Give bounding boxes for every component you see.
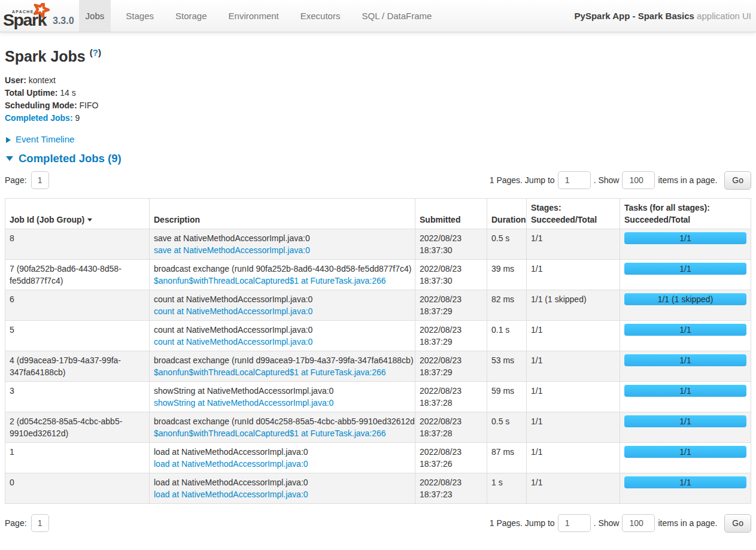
- app-summary-list: User: kontext Total Uptime: 14 s Schedul…: [5, 74, 751, 124]
- description-text: load at NativeMethodAccessorImpl.java:0: [154, 476, 411, 488]
- submitted-time: 18:37:28: [420, 427, 482, 439]
- tab-executors[interactable]: Executors: [294, 0, 347, 32]
- tab-sql-dataframe-link[interactable]: SQL / DataFrame: [355, 0, 438, 32]
- tasks-cell: 1/1: [620, 412, 751, 443]
- completed-jobs-heading-link[interactable]: Completed Jobs (9): [19, 152, 122, 165]
- job-row: 8 save at NativeMethodAccessorImpl.java:…: [5, 229, 751, 260]
- task-progress-label: 1/1: [624, 415, 746, 427]
- tab-stages[interactable]: Stages: [119, 0, 160, 32]
- collapse-arrow-icon: [6, 156, 13, 161]
- completed-jobs-link[interactable]: Completed Jobs:: [5, 113, 73, 123]
- go-button[interactable]: Go: [724, 171, 751, 190]
- items-text-bottom: items in a page.: [658, 518, 717, 528]
- description-link[interactable]: count at NativeMethodAccessorImpl.java:0: [154, 337, 312, 347]
- tab-environment[interactable]: Environment: [222, 0, 286, 32]
- table-header-row: Job Id (Job Group) Description Submitted…: [5, 199, 751, 229]
- task-progress-label: 1/1: [624, 354, 746, 366]
- description-cell: load at NativeMethodAccessorImpl.java:0 …: [150, 443, 415, 473]
- spark-brand[interactable]: Spark ™ APACHE 3.3.0: [0, 0, 75, 32]
- submitted-cell: 2022/08/23 18:37:29: [415, 351, 487, 382]
- help-link[interactable]: (?): [90, 47, 101, 57]
- tab-stages-link[interactable]: Stages: [119, 0, 160, 32]
- description-link[interactable]: load at NativeMethodAccessorImpl.java:0: [154, 490, 308, 499]
- col-header-stages[interactable]: Stages:Succeeded/Total: [527, 199, 620, 229]
- description-link[interactable]: count at NativeMethodAccessorImpl.java:0: [154, 306, 312, 316]
- col-header-submitted[interactable]: Submitted: [415, 199, 487, 229]
- description-text: count at NativeMethodAccessorImpl.java:0: [154, 324, 411, 336]
- submitted-time: 18:37:30: [420, 275, 482, 287]
- tab-jobs[interactable]: Jobs: [79, 0, 111, 32]
- table-body: 8 save at NativeMethodAccessorImpl.java:…: [5, 229, 751, 504]
- tasks-cell: 1/1: [620, 382, 751, 412]
- job-id-cell: 3: [5, 382, 150, 412]
- task-progress: 1/1: [624, 446, 746, 458]
- submitted-time: 18:37:28: [420, 397, 482, 409]
- app-name: PySpark App - Spark Basics: [575, 11, 694, 21]
- submitted-cell: 2022/08/23 18:37:30: [415, 260, 487, 290]
- stages-cell: 1/1: [527, 473, 620, 504]
- event-timeline-toggle[interactable]: Event Timeline: [5, 133, 751, 145]
- task-progress-label: 1/1: [624, 476, 746, 488]
- page-number-input[interactable]: [31, 171, 49, 189]
- submitted-cell: 2022/08/23 18:37:30: [415, 229, 487, 260]
- pagination-bottom: Page: 1 Pages. Jump to . Show items in a…: [5, 513, 751, 533]
- task-progress: 1/1: [624, 232, 746, 244]
- duration-cell: 0.1 s: [487, 321, 527, 351]
- submitted-time: 18:37:29: [420, 305, 482, 317]
- tab-environment-link[interactable]: Environment: [222, 0, 286, 32]
- submitted-cell: 2022/08/23 18:37:29: [415, 290, 487, 321]
- duration-cell: 1 s: [487, 473, 527, 504]
- tasks-cell: 1/1: [620, 260, 751, 290]
- description-link[interactable]: save at NativeMethodAccessorImpl.java:0: [154, 245, 310, 255]
- tab-storage-link[interactable]: Storage: [169, 0, 214, 32]
- tab-jobs-link[interactable]: Jobs: [79, 0, 111, 32]
- completed-jobs-heading[interactable]: Completed Jobs (9): [5, 152, 751, 165]
- page-size-input-bottom[interactable]: [622, 514, 655, 532]
- jump-to-input[interactable]: [558, 171, 591, 189]
- description-link[interactable]: load at NativeMethodAccessorImpl.java:0: [154, 459, 308, 469]
- description-link[interactable]: $anonfun$withThreadLocalCaptured$1 at Fu…: [154, 276, 386, 285]
- page-size-input[interactable]: [622, 171, 655, 189]
- tasks-cell: 1/1: [620, 321, 751, 351]
- task-progress: 1/1: [624, 476, 746, 488]
- submitted-date: 2022/08/23: [420, 446, 482, 458]
- jump-to-input-bottom[interactable]: [558, 514, 591, 532]
- job-row: 1 load at NativeMethodAccessorImpl.java:…: [5, 443, 751, 473]
- task-progress: 1/1: [624, 385, 746, 397]
- event-timeline-link[interactable]: Event Timeline: [16, 134, 74, 144]
- submitted-time: 18:37:29: [420, 366, 482, 378]
- show-text: . Show: [594, 175, 620, 185]
- job-id-cell: 5: [5, 321, 150, 351]
- stages-cell: 1/1: [527, 351, 620, 382]
- col-header-tasks[interactable]: Tasks (for all stages):Succeeded/Total: [620, 199, 751, 229]
- go-button-bottom[interactable]: Go: [724, 514, 751, 533]
- page-label-bottom: Page:: [5, 518, 27, 528]
- task-progress-label: 1/1: [624, 263, 746, 275]
- submitted-time: 18:37:29: [420, 336, 482, 348]
- description-link[interactable]: $anonfun$withThreadLocalCaptured$1 at Fu…: [154, 367, 386, 377]
- description-link[interactable]: $anonfun$withThreadLocalCaptured$1 at Fu…: [154, 429, 386, 438]
- col-header-description[interactable]: Description: [150, 199, 415, 229]
- col-header-duration[interactable]: Duration: [487, 199, 527, 229]
- tasks-cell: 1/1: [620, 351, 751, 382]
- submitted-time: 18:37:30: [420, 244, 482, 256]
- tab-executors-link[interactable]: Executors: [294, 0, 347, 32]
- task-progress: 1/1 (1 skipped): [624, 293, 746, 305]
- col-header-job-id[interactable]: Job Id (Job Group): [5, 199, 150, 229]
- page-number-input-bottom[interactable]: [31, 514, 49, 532]
- pages-jump-text: 1 Pages. Jump to: [490, 175, 555, 185]
- description-link[interactable]: showString at NativeMethodAccessorImpl.j…: [154, 398, 333, 408]
- submitted-date: 2022/08/23: [420, 263, 482, 275]
- tab-storage[interactable]: Storage: [169, 0, 214, 32]
- navbar: Spark ™ APACHE 3.3.0 Jobs Stages Storage…: [0, 0, 756, 32]
- summary-total-uptime: Total Uptime: 14 s: [5, 87, 751, 99]
- duration-cell: 82 ms: [487, 290, 527, 321]
- tab-sql-dataframe[interactable]: SQL / DataFrame: [355, 0, 438, 32]
- question-mark-icon[interactable]: ?: [93, 47, 98, 57]
- description-text: showString at NativeMethodAccessorImpl.j…: [154, 385, 411, 397]
- page-title: Spark Jobs (?): [5, 44, 751, 68]
- description-cell: count at NativeMethodAccessorImpl.java:0…: [150, 290, 415, 321]
- app-title: PySpark App - Spark Basics application U…: [575, 0, 756, 32]
- submitted-date: 2022/08/23: [420, 324, 482, 336]
- duration-cell: 0.5 s: [487, 229, 527, 260]
